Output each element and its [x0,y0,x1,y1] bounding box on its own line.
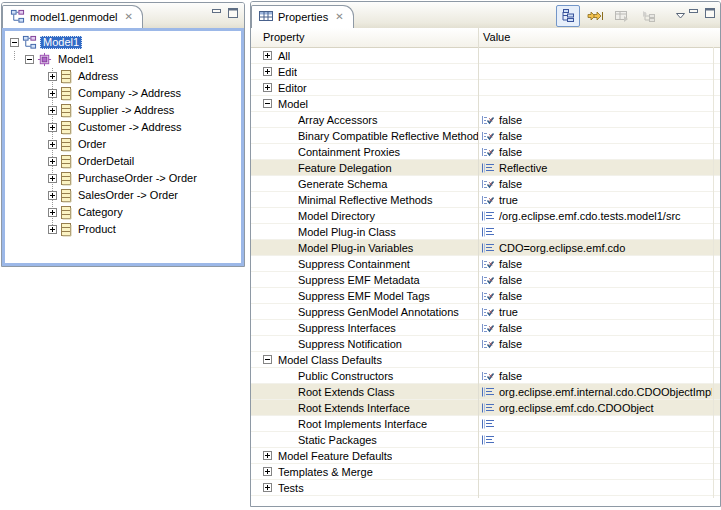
class-icon [57,206,75,220]
property-value: false [499,370,522,382]
editor-maximize-icon[interactable] [228,8,239,20]
property-row-model-plug-in-class[interactable]: Model Plug-in Class [251,224,720,240]
bool-icon [481,290,495,302]
property-row-suppress-emf-metadata[interactable]: Suppress EMF Metadatafalse [251,272,720,288]
property-value: false [499,258,522,270]
property-value: true [499,194,518,206]
tree-item-product[interactable]: Product [5,221,241,238]
property-row-root-extends-interface[interactable]: Root Extends Interfaceorg.eclipse.emf.cd… [251,400,720,416]
menu-chevron-icon [676,13,685,19]
property-group-model[interactable]: Model [251,96,720,112]
property-group-templates-merge[interactable]: Templates & Merge [251,464,720,480]
property-row-root-implements-interface[interactable]: Root Implements Interface [251,416,720,432]
list-icon [481,226,495,238]
property-row-generate-schema[interactable]: Generate Schemafalse [251,176,720,192]
property-label: Feature Delegation [298,162,392,174]
restore-default-value-button[interactable] [610,5,634,27]
collapse-minus-icon[interactable] [263,99,272,108]
property-row-model-plug-in-variables[interactable]: Model Plug-in VariablesCDO=org.eclipse.e… [251,240,720,256]
property-row-suppress-interfaces[interactable]: Suppress Interfacesfalse [251,320,720,336]
editor-minimize-icon[interactable] [211,8,222,20]
expand-plus-icon[interactable] [48,208,57,217]
tree-item-model1[interactable]: Model1 [5,51,241,68]
column-separator[interactable] [478,28,479,498]
expand-plus-icon[interactable] [48,225,57,234]
property-label: Public Constructors [298,370,393,382]
expand-plus-icon[interactable] [263,483,272,492]
property-group-tests[interactable]: Tests [251,480,720,496]
column-header-value[interactable]: Value [483,31,510,43]
expand-plus-icon[interactable] [48,157,57,166]
tree-item-orderdetail[interactable]: OrderDetail [5,153,241,170]
property-row-root-extends-class[interactable]: Root Extends Classorg.eclipse.emf.intern… [251,384,720,400]
expand-plus-icon[interactable] [263,467,272,476]
expand-plus-icon[interactable] [263,51,272,60]
list-icon [481,386,495,398]
property-label: Generate Schema [298,178,387,190]
property-label: Suppress Containment [298,258,410,270]
property-label: Suppress Interfaces [298,322,396,334]
property-group-label: Editor [278,82,307,94]
property-group-all[interactable]: All [251,48,720,64]
tree-item-category[interactable]: Category [5,204,241,221]
properties-table-header: Property Value [251,28,720,48]
property-row-static-packages[interactable]: Static Packages [251,432,720,448]
property-row-suppress-notification[interactable]: Suppress Notificationfalse [251,336,720,352]
property-value: false [499,130,522,142]
properties-tab-close-icon[interactable]: ✕ [333,12,343,22]
property-row-binary-compatible-reflective-methods[interactable]: Binary Compatible Reflective Methodsfals… [251,128,720,144]
tree-item-address[interactable]: Address [5,68,241,85]
expand-plus-icon[interactable] [48,123,57,132]
properties-minimize-icon[interactable] [688,8,699,20]
property-row-containment-proxies[interactable]: Containment Proxiesfalse [251,144,720,160]
properties-tab[interactable]: Properties ✕ [251,5,354,28]
property-group-label: All [278,50,290,62]
expand-plus-icon[interactable] [48,72,57,81]
expand-plus-icon[interactable] [48,174,57,183]
property-label: Static Packages [298,434,377,446]
editor-tab-close-icon[interactable]: ✕ [122,12,132,22]
tree-item-company-address[interactable]: Company -> Address [5,85,241,102]
property-label: Minimal Reflective Methods [298,194,433,206]
expand-plus-icon[interactable] [263,83,272,92]
property-row-suppress-genmodel-annotations[interactable]: Suppress GenModel Annotationstrue [251,304,720,320]
show-advanced-properties-button[interactable] [583,5,607,27]
expand-plus-icon[interactable] [263,451,272,460]
collapse-minus-icon[interactable] [263,355,272,364]
expand-plus-icon[interactable] [48,191,57,200]
property-group-editor[interactable]: Editor [251,80,720,96]
tree-item-label: Model1 [40,36,82,49]
expand-plus-icon[interactable] [48,89,57,98]
tree-item-order[interactable]: Order [5,136,241,153]
property-row-minimal-reflective-methods[interactable]: Minimal Reflective Methodstrue [251,192,720,208]
property-row-suppress-emf-model-tags[interactable]: Suppress EMF Model Tagsfalse [251,288,720,304]
collapse-minus-icon[interactable] [10,38,19,47]
property-group-model-feature-defaults[interactable]: Model Feature Defaults [251,448,720,464]
tree-item-customer-address[interactable]: Customer -> Address [5,119,241,136]
column-header-property[interactable]: Property [263,31,305,43]
editor-tab[interactable]: model1.genmodel ✕ [2,5,143,28]
property-group-edit[interactable]: Edit [251,64,720,80]
restore-icon [614,9,630,23]
tree-item-model1[interactable]: Model1 [5,34,241,51]
expand-plus-icon[interactable] [48,140,57,149]
properties-maximize-icon[interactable] [705,8,716,20]
property-value: /org.eclipse.emf.cdo.tests.model1/src [499,210,681,222]
property-row-array-accessors[interactable]: Array Accessorsfalse [251,112,720,128]
tree-item-purchaseorder-order[interactable]: PurchaseOrder -> Order [5,170,241,187]
property-row-public-constructors[interactable]: Public Constructorsfalse [251,368,720,384]
bool-icon [481,178,495,190]
collapse-minus-icon[interactable] [25,55,34,64]
expand-plus-icon[interactable] [263,67,272,76]
property-row-feature-delegation[interactable]: Feature DelegationReflective [251,160,720,176]
tree-item-salesorder-order[interactable]: SalesOrder -> Order [5,187,241,204]
property-group-model-class-defaults[interactable]: Model Class Defaults [251,352,720,368]
property-row-model-directory[interactable]: Model Directory/org.eclipse.emf.cdo.test… [251,208,720,224]
property-row-suppress-containment[interactable]: Suppress Containmentfalse [251,256,720,272]
expand-plus-icon[interactable] [48,106,57,115]
list-icon [481,210,495,222]
tree-item-label: Order [75,138,109,151]
show-categories-button[interactable] [556,5,580,27]
pin-to-selection-button[interactable] [637,5,661,27]
tree-item-supplier-address[interactable]: Supplier -> Address [5,102,241,119]
